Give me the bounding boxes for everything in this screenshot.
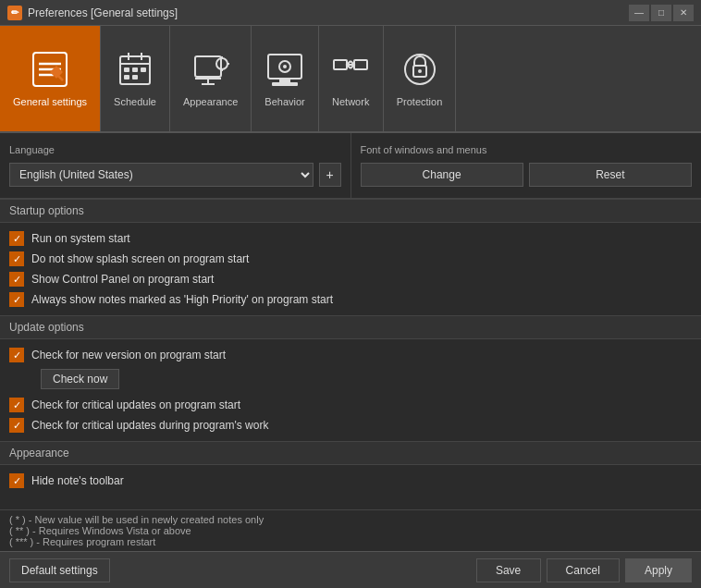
svg-rect-28 — [334, 60, 347, 69]
footnote-2: ( ** ) - Requires Windows Vista or above — [9, 525, 692, 536]
option-run-start[interactable]: Run on system start — [9, 228, 692, 249]
close-button[interactable]: ✕ — [673, 5, 694, 21]
behavior-icon — [266, 51, 303, 92]
footnote-1: ( * ) - New value will be used in newly … — [9, 514, 692, 525]
action-buttons: Save Cancel Apply — [476, 558, 692, 582]
startup-options-list: Run on system start Do not show splash s… — [0, 223, 701, 315]
network-icon — [332, 51, 369, 92]
schedule-icon — [117, 51, 154, 92]
font-label: Font of windows and menus — [361, 144, 693, 155]
svg-rect-10 — [124, 67, 129, 72]
footnote-3: ( *** ) - Requires program restart — [9, 536, 692, 547]
language-row: English (United States) + — [9, 163, 341, 187]
checkbox-no-splash[interactable] — [9, 251, 24, 266]
change-font-button[interactable]: Change — [361, 163, 523, 187]
tab-network-label: Network — [332, 96, 369, 107]
appearance-section-header: Appearance — [0, 441, 701, 465]
option-no-splash[interactable]: Do not show splash screen on program sta… — [9, 249, 692, 269]
svg-rect-12 — [141, 67, 146, 72]
svg-point-27 — [283, 65, 287, 68]
add-language-button[interactable]: + — [319, 163, 341, 187]
tabs-bar: General settings Schedule — [0, 26, 701, 133]
appearance-icon — [192, 51, 229, 92]
tab-behavior[interactable]: Behavior — [252, 26, 318, 131]
app-icon: ✏ — [7, 6, 22, 20]
window-controls: — □ ✕ — [629, 5, 694, 21]
svg-rect-29 — [354, 60, 367, 69]
option-show-panel[interactable]: Show Control Panel on program start — [9, 269, 692, 289]
option-no-splash-text: Do not show splash screen on program sta… — [31, 252, 249, 265]
language-label: Language — [9, 144, 341, 155]
save-button[interactable]: Save — [476, 558, 541, 582]
option-check-critical[interactable]: Check for critical updates on program st… — [9, 395, 692, 415]
minimize-button[interactable]: — — [629, 5, 649, 21]
appearance-options-list: Hide note's toolbar — [0, 465, 701, 496]
bottom-bar: ( * ) - New value will be used in newly … — [0, 509, 701, 588]
tab-general-label: General settings — [13, 96, 87, 107]
tab-schedule[interactable]: Schedule — [101, 26, 170, 131]
checkbox-hide-notes[interactable] — [9, 473, 24, 488]
update-options-list: Check for new version on program start C… — [0, 339, 701, 441]
tab-general[interactable]: General settings — [0, 26, 101, 131]
footnotes: ( * ) - New value will be used in newly … — [0, 509, 701, 551]
maximize-button[interactable]: □ — [651, 5, 671, 21]
svg-rect-24 — [272, 82, 298, 86]
option-show-panel-text: Show Control Panel on program start — [31, 273, 214, 286]
svg-point-33 — [418, 69, 422, 73]
option-check-version-text: Check for new version on program start — [31, 349, 226, 361]
option-high-priority[interactable]: Always show notes marked as 'High Priori… — [9, 289, 692, 310]
font-panel: Font of windows and menus Change Reset — [351, 133, 702, 198]
tab-behavior-label: Behavior — [264, 96, 304, 107]
option-high-priority-text: Always show notes marked as 'High Priori… — [31, 293, 333, 306]
update-section-header: Update options — [0, 315, 701, 339]
option-check-version[interactable]: Check for new version on program start — [9, 345, 692, 365]
option-hide-notes[interactable]: Hide note's toolbar — [9, 471, 692, 491]
svg-rect-13 — [124, 75, 129, 80]
svg-rect-11 — [132, 67, 138, 72]
tab-network[interactable]: Network — [319, 26, 384, 131]
startup-section-header: Startup options — [0, 199, 701, 223]
option-check-work-text: Check for critical updates during progra… — [31, 419, 268, 432]
reset-font-button[interactable]: Reset — [529, 163, 692, 187]
checkbox-run-start[interactable] — [9, 231, 24, 246]
tab-appearance-label: Appearance — [183, 96, 238, 107]
option-hide-notes-text: Hide note's toolbar — [31, 474, 124, 487]
content-area: Language English (United States) + Font … — [0, 133, 701, 551]
tab-appearance[interactable]: Appearance — [170, 26, 252, 131]
checkbox-check-version[interactable] — [9, 348, 24, 362]
action-bar: Default settings Save Cancel Apply — [0, 551, 701, 588]
language-select[interactable]: English (United States) — [9, 163, 314, 187]
option-run-start-text: Run on system start — [31, 232, 130, 245]
top-settings-row: Language English (United States) + Font … — [0, 133, 701, 199]
default-settings-button[interactable]: Default settings — [9, 558, 110, 582]
apply-button[interactable]: Apply — [625, 558, 692, 582]
title-bar: ✏ Preferences [General settings] — □ ✕ — [0, 0, 701, 26]
svg-rect-5 — [50, 65, 63, 78]
checkbox-check-work[interactable] — [9, 418, 24, 433]
check-now-button[interactable]: Check now — [41, 369, 119, 389]
title-bar-left: ✏ Preferences [General settings] — [7, 6, 178, 20]
font-row: Change Reset — [361, 163, 693, 187]
language-panel: Language English (United States) + — [0, 133, 351, 198]
svg-rect-25 — [279, 79, 290, 82]
window-title: Preferences [General settings] — [28, 6, 178, 19]
tab-protection[interactable]: Protection — [384, 26, 457, 131]
tab-protection-label: Protection — [397, 96, 443, 107]
checkbox-high-priority[interactable] — [9, 292, 24, 307]
option-check-work[interactable]: Check for critical updates during progra… — [9, 415, 692, 435]
option-check-critical-text: Check for critical updates on program st… — [31, 398, 240, 411]
svg-rect-14 — [132, 75, 138, 80]
checkbox-show-panel[interactable] — [9, 272, 24, 287]
checkbox-check-critical[interactable] — [9, 398, 24, 412]
general-icon — [31, 51, 68, 92]
protection-icon — [401, 51, 438, 92]
cancel-button[interactable]: Cancel — [547, 558, 620, 582]
tab-schedule-label: Schedule — [114, 96, 156, 107]
